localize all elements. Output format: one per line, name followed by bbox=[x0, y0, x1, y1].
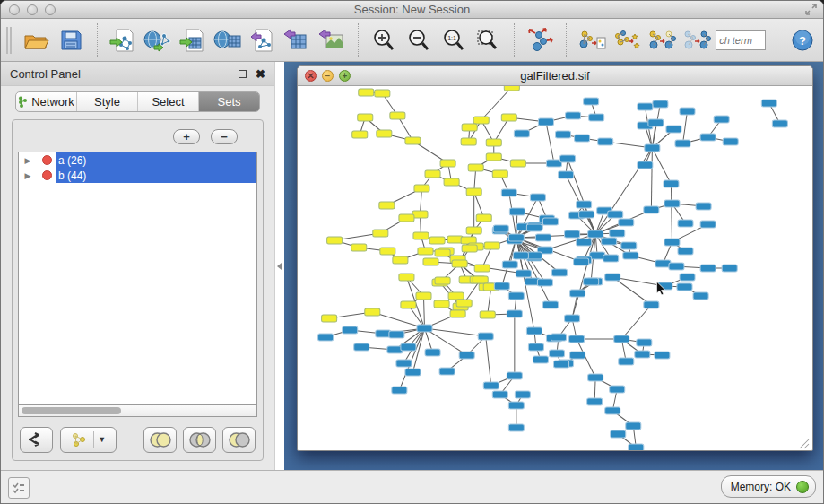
graph-node[interactable] bbox=[551, 269, 567, 276]
graph-node[interactable] bbox=[528, 343, 543, 351]
graph-node[interactable] bbox=[508, 292, 524, 300]
graph-node[interactable] bbox=[414, 185, 429, 192]
graph-node[interactable] bbox=[637, 339, 652, 346]
graph-node[interactable] bbox=[526, 327, 542, 335]
graph-node[interactable] bbox=[459, 352, 474, 359]
graph-node[interactable] bbox=[393, 256, 408, 264]
export-network-button[interactable] bbox=[247, 23, 278, 57]
graph-node[interactable] bbox=[644, 301, 659, 308]
tab-network[interactable]: Network bbox=[16, 92, 77, 111]
graph-node[interactable] bbox=[526, 252, 542, 259]
graph-node[interactable] bbox=[566, 112, 581, 119]
graph-node[interactable] bbox=[588, 374, 603, 381]
graph-node[interactable] bbox=[553, 361, 568, 368]
graph-node[interactable] bbox=[611, 430, 626, 438]
graph-node[interactable] bbox=[435, 249, 450, 256]
graph-node[interactable] bbox=[664, 200, 680, 207]
graph-edge[interactable] bbox=[568, 159, 595, 234]
graph-edge[interactable] bbox=[516, 234, 595, 238]
graph-node[interactable] bbox=[473, 117, 489, 124]
graph-node[interactable] bbox=[556, 131, 571, 138]
graph-node[interactable] bbox=[610, 230, 625, 237]
graph-node[interactable] bbox=[653, 100, 668, 108]
graph-node[interactable] bbox=[405, 369, 421, 376]
graph-node[interactable] bbox=[700, 134, 716, 141]
network-frame-titlebar[interactable]: ✕ − + galFiltered.sif bbox=[298, 66, 812, 86]
graph-node[interactable] bbox=[510, 160, 525, 167]
tab-select[interactable]: Select bbox=[138, 92, 199, 111]
graph-node[interactable] bbox=[399, 214, 414, 222]
graph-node[interactable] bbox=[425, 349, 440, 356]
graph-node[interactable] bbox=[605, 274, 620, 281]
graph-node[interactable] bbox=[466, 188, 481, 196]
graph-node[interactable] bbox=[648, 119, 664, 126]
intersect-sets-button[interactable] bbox=[183, 427, 216, 453]
graph-node[interactable] bbox=[452, 260, 467, 267]
graph-node[interactable] bbox=[645, 144, 660, 152]
graph-node[interactable] bbox=[664, 239, 680, 246]
graph-node[interactable] bbox=[678, 220, 693, 227]
graph-edge[interactable] bbox=[652, 148, 671, 184]
graph-node[interactable] bbox=[354, 343, 369, 351]
graph-node[interactable] bbox=[693, 292, 708, 300]
graph-node[interactable] bbox=[772, 120, 787, 127]
graph-node[interactable] bbox=[476, 214, 491, 222]
select-first-neighbors-button[interactable] bbox=[646, 23, 677, 57]
toolbar-drag-handle[interactable] bbox=[6, 27, 12, 54]
graph-node[interactable] bbox=[480, 311, 495, 318]
remove-set-button[interactable]: − bbox=[211, 129, 238, 144]
graph-node[interactable] bbox=[351, 244, 367, 251]
close-panel-icon[interactable]: ✖ bbox=[256, 70, 265, 78]
split-sets-button[interactable] bbox=[20, 427, 53, 453]
float-panel-icon[interactable] bbox=[239, 70, 247, 78]
graph-edge[interactable] bbox=[621, 305, 651, 339]
graph-node[interactable] bbox=[468, 164, 483, 171]
import-table-file-button[interactable] bbox=[177, 23, 208, 57]
graph-node[interactable] bbox=[515, 391, 530, 398]
import-network-file-button[interactable] bbox=[108, 23, 139, 57]
frame-resize-grip[interactable] bbox=[800, 439, 809, 448]
graph-node[interactable] bbox=[423, 258, 438, 265]
graph-node[interactable] bbox=[621, 242, 637, 249]
graph-node[interactable] bbox=[664, 180, 679, 187]
graph-node[interactable] bbox=[722, 265, 737, 272]
graph-node[interactable] bbox=[359, 89, 374, 96]
graph-node[interactable] bbox=[549, 350, 564, 357]
graph-node[interactable] bbox=[358, 114, 373, 121]
graph-node[interactable] bbox=[680, 108, 695, 115]
graph-node[interactable] bbox=[390, 112, 405, 119]
graph-node[interactable] bbox=[440, 160, 455, 167]
graph-node[interactable] bbox=[418, 248, 433, 255]
graph-node[interactable] bbox=[565, 315, 580, 322]
graph-node[interactable] bbox=[322, 315, 337, 322]
graph-node[interactable] bbox=[696, 203, 711, 210]
expand-arrow-icon[interactable]: ▶ bbox=[19, 156, 37, 165]
graph-node[interactable] bbox=[434, 300, 449, 308]
graph-node[interactable] bbox=[638, 103, 653, 110]
import-table-web-button[interactable] bbox=[212, 23, 243, 57]
tab-style[interactable]: Style bbox=[77, 92, 138, 111]
graph-node[interactable] bbox=[401, 343, 416, 351]
select-fade-button[interactable] bbox=[681, 23, 712, 57]
graph-node[interactable] bbox=[486, 139, 501, 146]
graph-node[interactable] bbox=[450, 310, 465, 317]
graph-node[interactable] bbox=[379, 202, 395, 209]
fullscreen-arrows-icon[interactable] bbox=[804, 3, 818, 20]
graph-node[interactable] bbox=[492, 170, 507, 178]
scrollbar-thumb[interactable] bbox=[22, 407, 121, 414]
graph-edge[interactable] bbox=[572, 234, 595, 318]
task-history-button[interactable] bbox=[8, 477, 30, 499]
graph-node[interactable] bbox=[396, 360, 412, 367]
graph-node[interactable] bbox=[669, 263, 684, 270]
graph-node[interactable] bbox=[501, 114, 516, 121]
graph-node[interactable] bbox=[655, 352, 670, 359]
graph-node[interactable] bbox=[623, 252, 638, 259]
panel-splitter[interactable] bbox=[274, 62, 284, 470]
graph-node[interactable] bbox=[605, 407, 620, 414]
select-export-button[interactable] bbox=[577, 23, 608, 57]
graph-node[interactable] bbox=[507, 310, 522, 317]
graph-node[interactable] bbox=[565, 230, 580, 238]
graph-node[interactable] bbox=[484, 242, 499, 249]
graph-node[interactable] bbox=[546, 160, 561, 167]
graph-edge[interactable] bbox=[546, 122, 554, 163]
